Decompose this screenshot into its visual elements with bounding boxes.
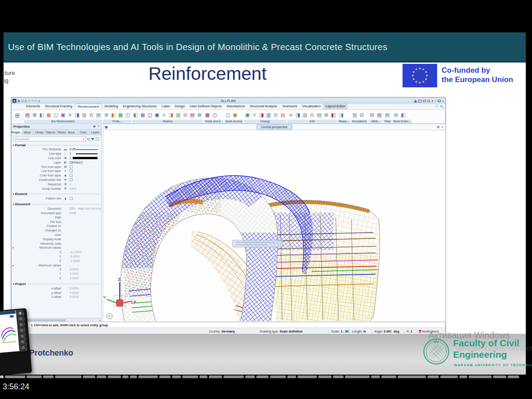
ribbon-tool-icon[interactable]: ⊟	[272, 110, 279, 119]
participant-video-tile[interactable]	[18, 328, 25, 333]
progress-segment[interactable]	[440, 376, 458, 378]
ribbon-tool-icon[interactable]: ≡	[160, 110, 168, 119]
properties-tab-issue[interactable]: Issue ...	[67, 129, 78, 135]
participant-video-tile[interactable]	[18, 333, 25, 339]
progress-segment[interactable]	[209, 376, 222, 378]
angle-unit[interactable]: deg	[394, 330, 399, 333]
property-row[interactable]: z-offset0.0000	[12, 295, 101, 299]
participant-video-tile[interactable]	[16, 310, 23, 316]
ribbon-tool-icon[interactable]: ◧	[38, 110, 45, 119]
scale-value[interactable]: 1 : 50	[340, 330, 348, 333]
property-row[interactable]: Z4.4500	[12, 276, 101, 281]
progress-segment[interactable]	[398, 376, 426, 378]
participant-strip[interactable]	[16, 310, 27, 351]
ribbon-tool-icon[interactable]: ▤	[376, 110, 383, 119]
progress-segment[interactable]	[55, 376, 82, 378]
participant-video-tile[interactable]	[17, 316, 24, 322]
ribbon-tool-icon[interactable]: ◧	[330, 110, 337, 119]
close-panel-icon[interactable]: ×	[98, 125, 99, 128]
progress-segment[interactable]	[333, 376, 344, 378]
progress-segment[interactable]	[223, 376, 244, 378]
ribbon-tool-icon[interactable]: ⊞	[323, 110, 330, 119]
progress-segment[interactable]	[459, 376, 467, 378]
ribbon-tool-icon[interactable]: ⊟	[88, 110, 95, 119]
progress-segment[interactable]	[83, 376, 95, 378]
property-row[interactable]: Line color◉1	[12, 156, 101, 160]
collapse-icon[interactable]: ▾	[13, 192, 14, 196]
progress-segment[interactable]	[130, 376, 137, 378]
meeting-overlay[interactable]	[0, 308, 32, 376]
ribbon-tool-icon[interactable]: ◨	[74, 110, 81, 119]
properties-tab-library[interactable]: Library	[34, 129, 45, 135]
ribbon-tool-icon[interactable]: ≡	[251, 110, 258, 119]
property-row[interactable]: X-12.0000	[12, 250, 101, 254]
ribbon-tool-icon[interactable]: ⊟	[368, 110, 376, 119]
close-viewport-icon[interactable]: ×	[441, 125, 443, 129]
progress-segment[interactable]	[318, 376, 332, 378]
viewport-menu-icon[interactable]: ▣	[105, 125, 108, 129]
properties-tab-wizar[interactable]: Wizar...	[23, 129, 34, 135]
ribbon-tab-structural-framing[interactable]: Structural Framing	[43, 104, 74, 110]
allplan-titlebar[interactable]: A ▣ ⊟ ⧉ ↶ ↷ ✂ ▾ ALLPLAN ▾ ─	[12, 98, 445, 104]
property-row[interactable]: Construction line▰	[12, 178, 101, 182]
progress-segment[interactable]	[172, 376, 181, 378]
ribbon-tool-icon[interactable]: ◫	[224, 110, 231, 119]
progress-segment[interactable]	[508, 376, 519, 378]
ribbon-tab-structural-analysis[interactable]: Structural Analysis	[248, 104, 280, 110]
property-row[interactable]: File size	[12, 219, 101, 224]
model-canvas[interactable]: Z Y X	[103, 130, 445, 321]
collapse-icon[interactable]: ▾	[13, 144, 14, 147]
property-row[interactable]: Pen thickness▬0.25	[12, 147, 101, 152]
progress-segment[interactable]	[200, 376, 207, 378]
search-icon[interactable]	[87, 138, 90, 140]
property-row[interactable]: Path	[12, 215, 101, 219]
ribbon-tool-icon[interactable]: ▣	[231, 110, 239, 119]
progress-segment[interactable]	[345, 376, 370, 378]
property-checkbox[interactable]	[70, 197, 73, 200]
participant-video-tile[interactable]	[20, 345, 27, 351]
progress-segment[interactable]	[182, 376, 198, 378]
ribbon-tool-icon[interactable]: ◨	[258, 110, 265, 119]
ribbon-tab-engineering-structures[interactable]: Engineering Structures	[121, 104, 159, 110]
percent-value[interactable]: 1	[411, 330, 412, 333]
account-icon[interactable]	[414, 100, 417, 102]
progress-segment[interactable]	[138, 376, 158, 378]
property-row[interactable]: Line from layer≡	[12, 169, 101, 173]
property-row[interactable]: Created on	[12, 224, 101, 228]
dropdown-icon[interactable]: ▾	[83, 137, 84, 141]
ribbon-tab-layout-editor[interactable]: Layout Editor	[323, 104, 347, 110]
progress-segment[interactable]	[27, 376, 42, 378]
property-row[interactable]: Pattern line▮	[12, 196, 101, 201]
ribbon-tool-icon[interactable]: ◨	[168, 110, 175, 119]
ribbon-tool-icon[interactable]: ▥	[81, 110, 88, 119]
property-row[interactable]: Group number⊞2314	[12, 186, 101, 191]
ribbon-tool-icon[interactable]: ⊞	[196, 110, 203, 119]
ribbon-tool-icon[interactable]: ▦	[139, 110, 146, 119]
progress-segment[interactable]	[122, 376, 129, 378]
ribbon-tool-icon[interactable]: ⊟	[358, 110, 365, 119]
ribbon-tool-icon[interactable]: ≡	[66, 110, 74, 119]
ribbon-tab-visualization[interactable]: Visualization	[300, 104, 323, 110]
ribbon-tool-icon[interactable]: ⊞	[392, 110, 399, 119]
ribbon-tab-manufacture[interactable]: Manufacture	[224, 104, 247, 110]
property-row[interactable]: User	[12, 233, 101, 237]
progress-segment[interactable]	[493, 376, 506, 378]
settings-icon[interactable]	[435, 105, 438, 107]
video-progress-bar[interactable]	[0, 376, 532, 379]
ribbon-tool-icon[interactable]: ▤	[189, 110, 196, 119]
progress-segment[interactable]	[97, 376, 106, 378]
properties-tab-cons[interactable]: Cons...	[79, 129, 90, 135]
filter-icon[interactable]	[91, 138, 94, 141]
compass-icon[interactable]	[106, 313, 112, 319]
ribbon-tool-icon[interactable]: ⊞	[103, 110, 110, 119]
ribbon-tool-icon[interactable]: ◫	[146, 110, 153, 119]
ribbon-tool-icon[interactable]: ◧	[132, 110, 139, 119]
shop-icon[interactable]	[423, 100, 426, 102]
progress-segment[interactable]	[108, 376, 121, 378]
collapse-icon[interactable]: ▾	[13, 203, 14, 206]
float-icon[interactable]: ⊞	[437, 125, 440, 129]
property-row[interactable]: Pen from layer▤	[12, 164, 101, 169]
property-row[interactable]: Document typeDraft	[12, 211, 101, 215]
property-checkbox[interactable]	[70, 174, 73, 177]
property-row[interactable]: Sequence▥0	[12, 182, 101, 186]
